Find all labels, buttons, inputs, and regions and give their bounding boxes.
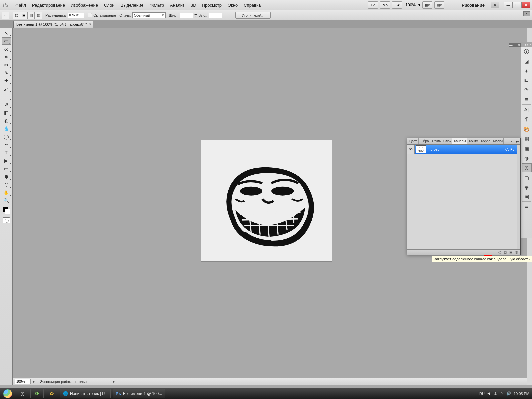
actions-panel-icon[interactable]: ▣ — [522, 192, 532, 201]
healing-tool[interactable]: ✚ — [2, 77, 11, 84]
zoom-tool[interactable]: 🔍 — [2, 197, 11, 204]
tray-sound-icon[interactable]: 🔊 — [506, 391, 511, 396]
minimize-button[interactable]: — — [504, 2, 513, 8]
channel-row[interactable]: 👁 Гр.сер. Ctrl+3 — [407, 145, 517, 154]
panel-collapse[interactable]: ◂ — [508, 138, 514, 144]
quick-mask[interactable] — [3, 217, 10, 223]
close-tab-icon[interactable]: × — [89, 22, 91, 26]
status-arrow-icon[interactable]: ▸ — [33, 380, 35, 383]
menu-window[interactable]: Окно — [225, 2, 241, 9]
character-panel-icon[interactable]: A| — [522, 105, 532, 114]
delete-channel-icon[interactable]: 🗑 — [515, 250, 518, 254]
tool-preset[interactable]: ▭ — [2, 12, 9, 19]
screenmode-button[interactable]: ▭▾ — [392, 1, 402, 9]
adjust-panel-icon[interactable]: ◑ — [522, 154, 532, 163]
selection-new[interactable]: ▢ — [13, 12, 20, 19]
pin-app[interactable]: ✿ — [45, 389, 58, 398]
swatches-panel-icon[interactable]: ▦ — [522, 134, 532, 143]
arrange-button[interactable]: ▦▾ — [422, 1, 432, 9]
path-select-tool[interactable]: ▶ — [2, 157, 11, 164]
3d-camera-tool[interactable]: ⬡ — [2, 181, 11, 188]
tray-flag-icon[interactable]: 🏳 — [500, 392, 504, 396]
status-arrow2-icon[interactable]: ▸ — [113, 380, 115, 383]
mini-panel-header[interactable]: ▸▸× — [509, 43, 521, 47]
quick-select-tool[interactable]: ✶ — [2, 53, 11, 61]
menu-edit[interactable]: Редактирование — [29, 2, 68, 9]
selection-intersect[interactable]: ▥ — [35, 12, 42, 19]
menu-analysis[interactable]: Анализ — [167, 2, 188, 9]
panel-scrollbar[interactable] — [517, 145, 520, 249]
history-brush-tool[interactable]: ↺ — [2, 101, 11, 108]
brush-panel-icon[interactable]: ↹ — [522, 76, 532, 85]
info-panel-icon[interactable]: ⓘ — [522, 48, 532, 56]
start-button[interactable] — [0, 388, 15, 399]
refine-edge-button[interactable]: Уточн. край... — [235, 12, 271, 19]
gradient-tool[interactable]: ◐ — [2, 117, 11, 124]
pin-utorrent[interactable]: ⟳ — [30, 389, 44, 398]
selection-sub[interactable]: ▤ — [27, 12, 35, 19]
tray-network-icon[interactable]: 🖧 — [494, 392, 497, 396]
workspace-label[interactable]: Рисование — [462, 3, 489, 8]
taskbar-item-photoshop[interactable]: PsБез имени-1 @ 100... — [113, 389, 165, 398]
zoom-control[interactable]: 100% ▾ — [404, 2, 420, 8]
panel-body[interactable]: 👁 Гр.сер. Ctrl+3 — [407, 145, 517, 249]
dock-header[interactable]: ▸▸ × — [521, 42, 532, 47]
extras-button[interactable]: ▤▾ — [434, 1, 444, 9]
document-tab[interactable]: Без имени-1 @ 100% (Слой 1, Гр.сер./8) *… — [13, 21, 93, 28]
tool-presets-icon[interactable]: ≡ — [522, 202, 532, 211]
tab-swatches[interactable]: Обра — [419, 138, 430, 144]
brush-tool[interactable]: 🖌 — [2, 85, 11, 92]
mask-panel-icon[interactable]: ▢ — [522, 174, 532, 182]
selection-add[interactable]: ▣ — [20, 12, 27, 19]
stamp-tool[interactable]: ⧠ — [2, 93, 11, 100]
tray-arrow-icon[interactable]: ⯇ — [487, 392, 491, 396]
workspace-expand[interactable]: » — [491, 2, 499, 8]
crop-tool[interactable]: ✂ — [2, 61, 11, 68]
close-button[interactable]: ✕ — [521, 2, 530, 8]
feather-input[interactable] — [68, 13, 84, 18]
clone-source-icon[interactable]: ≡ — [522, 95, 532, 104]
tab-channels[interactable]: Каналы — [452, 138, 467, 144]
dodge-tool[interactable]: ◯ — [2, 133, 11, 140]
pin-chrome[interactable]: ◎ — [16, 389, 29, 398]
blur-tool[interactable]: 💧 — [2, 125, 11, 132]
3d-tool[interactable]: ⬢ — [2, 173, 11, 180]
menu-view[interactable]: Просмотр — [199, 2, 225, 9]
navigator-panel-icon[interactable]: ✦ — [522, 67, 532, 76]
menu-help[interactable]: Справка — [241, 2, 264, 9]
panel-menu-button[interactable]: ▾≡ — [514, 138, 520, 144]
move-tool[interactable]: ↖ — [2, 29, 11, 37]
collapse-options[interactable]: » — [523, 11, 530, 16]
menu-image[interactable]: Изображение — [68, 2, 101, 9]
menu-3d[interactable]: 3D — [188, 2, 199, 9]
hand-tool[interactable]: ✋ — [2, 189, 11, 196]
maximize-button[interactable]: ☐ — [513, 2, 521, 8]
status-zoom-input[interactable] — [15, 379, 31, 384]
menu-file[interactable]: Файл — [12, 2, 29, 9]
minibridge-button[interactable]: Mb — [380, 1, 390, 9]
tab-adjust[interactable]: Корре — [479, 138, 491, 144]
paragraph-panel-icon[interactable]: ¶ — [522, 115, 532, 123]
tab-masks[interactable]: Маски — [491, 138, 504, 144]
tab-paths[interactable]: Конту — [467, 138, 479, 144]
tab-color[interactable]: Цвет — [407, 138, 419, 144]
menu-filter[interactable]: Фильтр — [146, 2, 167, 9]
artboard[interactable] — [201, 140, 332, 262]
menu-select[interactable]: Выделение — [118, 2, 147, 9]
tab-layers[interactable]: Слои — [441, 138, 452, 144]
status-info[interactable]: Экспозиция работает только в ... — [38, 380, 111, 384]
load-selection-icon[interactable]: ◌ — [498, 250, 501, 254]
bridge-button[interactable]: Br — [368, 1, 378, 9]
layers-panel-icon[interactable]: ◎ — [522, 163, 532, 172]
lasso-tool[interactable]: ᔕ — [2, 45, 11, 53]
pen-tool[interactable]: ✒ — [2, 141, 11, 148]
histogram-panel-icon[interactable]: ◢ — [522, 57, 532, 66]
new-channel-icon[interactable]: ▣ — [509, 250, 512, 254]
color-swatches[interactable] — [2, 206, 11, 215]
style-select[interactable]: Обычный▾ — [132, 12, 166, 18]
type-tool[interactable]: T — [2, 149, 11, 156]
system-tray[interactable]: RU ⯇ 🖧 🏳 🔊 10:05 PM — [479, 391, 532, 396]
tray-clock[interactable]: 10:05 PM — [514, 392, 529, 396]
color-panel-icon[interactable]: 🎨 — [522, 125, 532, 134]
brush-presets-icon[interactable]: ⟳ — [522, 86, 532, 94]
